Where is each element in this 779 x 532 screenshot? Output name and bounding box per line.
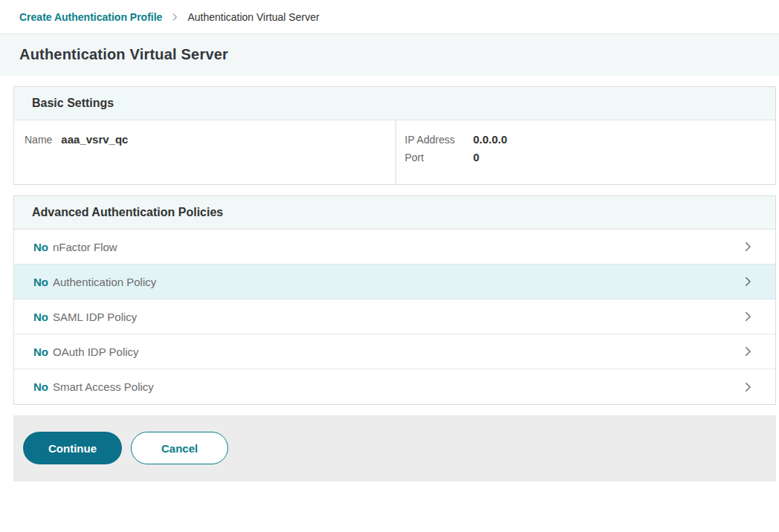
advanced-authentication-policies-card: Advanced Authentication Policies No nFac… <box>13 195 776 405</box>
port-value: 0 <box>473 151 479 163</box>
cancel-button[interactable]: Cancel <box>131 432 228 464</box>
ip-address-field: IP Address 0.0.0.0 <box>405 133 766 146</box>
chevron-right-icon <box>741 275 754 288</box>
policy-label: Smart Access Policy <box>53 380 154 393</box>
policy-row-saml-idp-policy[interactable]: No SAML IDP Policy <box>14 299 775 334</box>
port-label: Port <box>405 152 473 163</box>
policy-count: No <box>33 311 48 323</box>
policy-row-oauth-idp-policy[interactable]: No OAuth IDP Policy <box>14 334 775 369</box>
policy-row-nfactor-flow[interactable]: No nFactor Flow <box>14 230 775 265</box>
continue-button[interactable]: Continue <box>23 432 122 464</box>
policy-label: OAuth IDP Policy <box>53 346 139 358</box>
page-title: Authentication Virtual Server <box>19 46 760 63</box>
basic-settings-title: Basic Settings <box>32 97 757 110</box>
basic-settings-body: Name aaa_vsrv_qc IP Address 0.0.0.0 Port… <box>14 120 775 184</box>
main-content: Basic Settings Name aaa_vsrv_qc IP Addre… <box>0 76 779 405</box>
breadcrumb-link-create-authentication-profile[interactable]: Create Authentication Profile <box>19 11 162 23</box>
basic-settings-card: Basic Settings Name aaa_vsrv_qc IP Addre… <box>13 86 776 185</box>
chevron-right-icon <box>741 345 754 358</box>
ip-address-value: 0.0.0.0 <box>473 133 508 146</box>
policy-label: nFactor Flow <box>53 241 117 253</box>
breadcrumb-chevron-icon <box>169 12 180 22</box>
breadcrumb: Create Authentication Profile Authentica… <box>0 0 779 34</box>
basic-settings-left-column: Name aaa_vsrv_qc <box>14 120 395 184</box>
policy-count: No <box>33 380 48 393</box>
policy-count: No <box>33 276 48 288</box>
ip-address-label: IP Address <box>405 134 473 146</box>
basic-settings-header: Basic Settings <box>14 87 775 120</box>
breadcrumb-current-page: Authentication Virtual Server <box>187 11 319 23</box>
policy-count: No <box>33 346 48 358</box>
port-field: Port 0 <box>405 151 766 163</box>
policy-row-smart-access-policy[interactable]: No Smart Access Policy <box>14 369 775 404</box>
policy-row-list: No nFactor Flow No Authentication Policy… <box>14 230 775 404</box>
policy-count: No <box>33 241 48 253</box>
action-bar: Continue Cancel <box>13 415 776 481</box>
policy-label: SAML IDP Policy <box>53 311 137 323</box>
advanced-policies-header: Advanced Authentication Policies <box>14 196 775 230</box>
policy-label: Authentication Policy <box>53 276 156 288</box>
chevron-right-icon <box>741 240 754 253</box>
basic-settings-right-column: IP Address 0.0.0.0 Port 0 <box>395 120 776 184</box>
name-field: Name aaa_vsrv_qc <box>25 133 385 146</box>
advanced-policies-title: Advanced Authentication Policies <box>32 206 757 219</box>
policy-row-authentication-policy[interactable]: No Authentication Policy <box>14 265 775 299</box>
chevron-right-icon <box>741 310 754 323</box>
name-value: aaa_vsrv_qc <box>61 133 128 146</box>
page-header: Authentication Virtual Server <box>0 34 779 76</box>
chevron-right-icon <box>741 380 754 394</box>
name-label: Name <box>25 134 52 146</box>
